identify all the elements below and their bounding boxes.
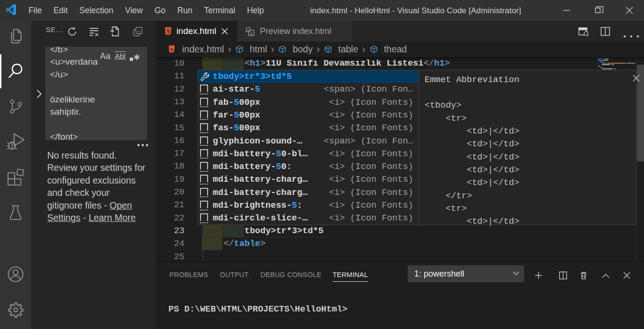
svg-text:5: 5 — [167, 28, 170, 34]
svg-text:5: 5 — [170, 47, 173, 52]
